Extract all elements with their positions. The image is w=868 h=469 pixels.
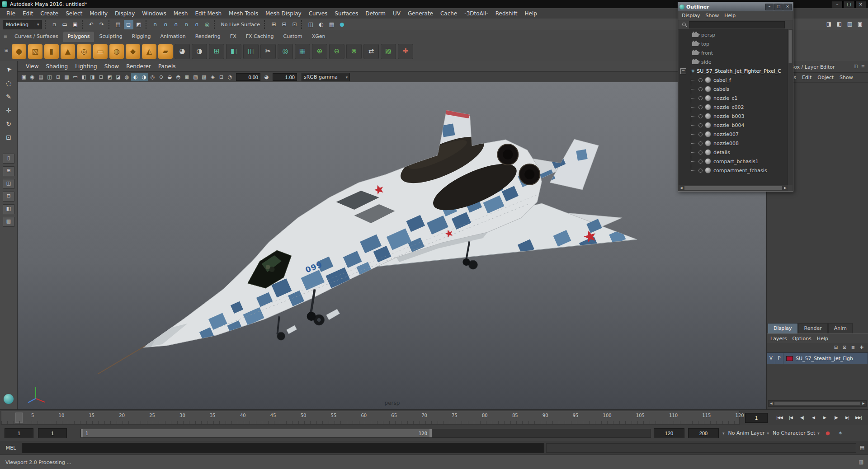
- playback-start-field[interactable]: [38, 428, 67, 438]
- go-to-start-button[interactable]: |◀◀: [774, 412, 785, 423]
- outliner-close-button[interactable]: ×: [783, 4, 792, 10]
- panel-menu-item[interactable]: View: [22, 62, 42, 70]
- exposure-icon[interactable]: ◔: [226, 73, 234, 81]
- menubar-item[interactable]: Cache: [437, 9, 461, 18]
- command-input[interactable]: [22, 443, 544, 453]
- outliner-vscrollbar[interactable]: [788, 29, 793, 185]
- layout-two-stacked-icon[interactable]: ⊟: [3, 192, 14, 202]
- render-icon[interactable]: ◫: [306, 20, 316, 29]
- outliner-item-camera[interactable]: top: [679, 39, 788, 48]
- outliner-item-mesh[interactable]: cabels: [679, 84, 788, 94]
- textured-icon[interactable]: ◑: [140, 73, 148, 81]
- move-layer-down-icon[interactable]: ⊠: [841, 344, 848, 351]
- layout-outliner-persp-icon[interactable]: ▥: [3, 217, 14, 227]
- outliner-window[interactable]: Outliner – □ × DisplayShowHelp persp top: [678, 2, 793, 192]
- play-forwards-button[interactable]: ▶: [819, 412, 830, 423]
- sculpt-tool-icon[interactable]: ◕: [175, 44, 190, 59]
- resolution-gate-icon[interactable]: ◧: [80, 73, 88, 81]
- undo-icon[interactable]: ↶: [87, 20, 96, 29]
- modeling-toolkit-icon[interactable]: ▣: [855, 19, 865, 29]
- bridge-icon[interactable]: ◫: [243, 44, 259, 59]
- outliner-hscrollbar[interactable]: ◀ ▶: [679, 185, 788, 191]
- image-plane-icon[interactable]: ◫: [45, 73, 54, 81]
- shelf-tab[interactable]: Custom: [279, 32, 307, 42]
- xray-icon[interactable]: ⊡: [217, 73, 226, 81]
- shelf-tab-menu-icon[interactable]: ≡: [2, 33, 9, 40]
- view-transform-dropdown[interactable]: sRGB gamma ▾: [302, 73, 350, 81]
- depth-of-field-icon[interactable]: ▨: [200, 73, 208, 81]
- select-hierarchy-icon[interactable]: ▤: [113, 20, 123, 29]
- poly-prism-icon[interactable]: ▰: [158, 44, 173, 59]
- layout-single-pane-icon[interactable]: ▯: [3, 154, 14, 164]
- scroll-right-icon[interactable]: ▶: [861, 402, 866, 405]
- menubar-item[interactable]: Curves: [305, 9, 331, 18]
- snap-to-grid-icon[interactable]: ∩: [151, 20, 160, 29]
- viewport-3d-view[interactable]: 099: [18, 82, 767, 409]
- multi-cut-icon[interactable]: ✂: [260, 44, 276, 59]
- shelf-tab[interactable]: Rigging: [127, 32, 156, 42]
- film-gate-icon[interactable]: ▭: [71, 73, 80, 81]
- outliner-item-mesh[interactable]: nozzle_c002: [679, 103, 788, 112]
- shelf-tab[interactable]: XGen: [307, 32, 330, 42]
- scroll-right-icon[interactable]: ▶: [783, 186, 788, 190]
- channel-box-icon[interactable]: ▥: [845, 19, 854, 29]
- timeline-playhead[interactable]: [15, 413, 23, 423]
- shelf-tab[interactable]: Sculpting: [94, 32, 127, 42]
- character-set-dropdown[interactable]: No Character Set ▾: [773, 430, 820, 436]
- go-to-end-button[interactable]: ▶▶|: [853, 412, 864, 423]
- outliner-item-mesh[interactable]: compartment_fchasis: [679, 166, 788, 175]
- layer-editor-tab[interactable]: Render: [798, 323, 828, 333]
- help-grid-icon[interactable]: ▥: [857, 458, 865, 466]
- poly-pyramid-icon[interactable]: ◭: [142, 44, 156, 59]
- panel-menu-icon[interactable]: ≡: [859, 63, 867, 70]
- move-tool-icon[interactable]: ✛: [3, 104, 14, 116]
- output-connections-icon[interactable]: ⊟: [279, 20, 289, 29]
- current-frame-field[interactable]: [745, 413, 768, 423]
- menubar-item[interactable]: Mesh Tools: [225, 9, 262, 18]
- outliner-list[interactable]: persp top front side − ✳: [679, 29, 788, 185]
- outliner-item-root[interactable]: − ✳ SU_57_Stealth_Jet_Fighter_Pixel_C: [679, 66, 788, 75]
- quad-draw-icon[interactable]: ▦: [295, 44, 310, 59]
- outliner-item-mesh[interactable]: nozzle_b003: [679, 112, 788, 121]
- scrollbar-thumb[interactable]: [774, 402, 860, 405]
- step-back-frame-button[interactable]: ◀|: [797, 412, 807, 423]
- redo-icon[interactable]: ↷: [97, 20, 107, 29]
- outliner-item-camera[interactable]: side: [679, 57, 788, 66]
- ipr-render-icon[interactable]: ◐: [316, 20, 326, 29]
- snap-to-projected-center-icon[interactable]: ∩: [182, 20, 191, 29]
- use-default-material-icon[interactable]: ◎: [148, 73, 157, 81]
- safe-title-icon[interactable]: ◪: [114, 73, 123, 81]
- menubar-item[interactable]: Display: [111, 9, 138, 18]
- channel-box-menu-item[interactable]: Object: [817, 75, 834, 80]
- poly-disc-icon[interactable]: ◍: [109, 44, 124, 59]
- dock-panel-icon[interactable]: ◫: [852, 63, 859, 70]
- isolate-select-icon[interactable]: ◈: [208, 73, 217, 81]
- layer-playback-toggle[interactable]: P: [775, 353, 783, 364]
- outliner-item-mesh[interactable]: compart_bchasis1: [679, 157, 788, 166]
- layout-two-side-icon[interactable]: ◫: [3, 179, 14, 189]
- outliner-item-mesh[interactable]: nozzle008: [679, 139, 788, 148]
- render-view-icon[interactable]: ●: [337, 20, 347, 29]
- step-forward-key-button[interactable]: ▶|: [842, 412, 853, 423]
- tool-settings-icon[interactable]: ◧: [835, 19, 844, 29]
- poly-torus-icon[interactable]: ◎: [77, 44, 91, 59]
- menubar-item[interactable]: Modify: [86, 9, 111, 18]
- scroll-left-icon[interactable]: ◀: [679, 186, 684, 190]
- layer-visible-toggle[interactable]: V: [767, 353, 775, 364]
- panel-menu-item[interactable]: Lighting: [71, 62, 101, 70]
- scrollbar-thumb[interactable]: [684, 186, 782, 190]
- channel-box-menu-item[interactable]: Show: [840, 75, 853, 80]
- new-scene-icon[interactable]: ▫: [50, 20, 59, 29]
- layer-editor-tab[interactable]: Display: [768, 323, 798, 333]
- boolean-icon[interactable]: ⊗: [346, 44, 362, 59]
- menubar-item[interactable]: Redshift: [492, 9, 521, 18]
- channel-box-menu-item[interactable]: Edit: [802, 75, 811, 80]
- camera-attributes-icon[interactable]: ◉: [28, 73, 37, 81]
- menubar-item[interactable]: Select: [62, 9, 86, 18]
- layout-four-view-icon[interactable]: ⊞: [3, 166, 14, 176]
- command-language-toggle[interactable]: MEL: [0, 445, 22, 451]
- shelf-tab[interactable]: Curves / Surfaces: [10, 32, 63, 42]
- chevron-down-icon[interactable]: ▾: [722, 431, 725, 436]
- shelf-tab[interactable]: FX: [226, 32, 241, 42]
- panel-menu-item[interactable]: Renderer: [123, 62, 155, 70]
